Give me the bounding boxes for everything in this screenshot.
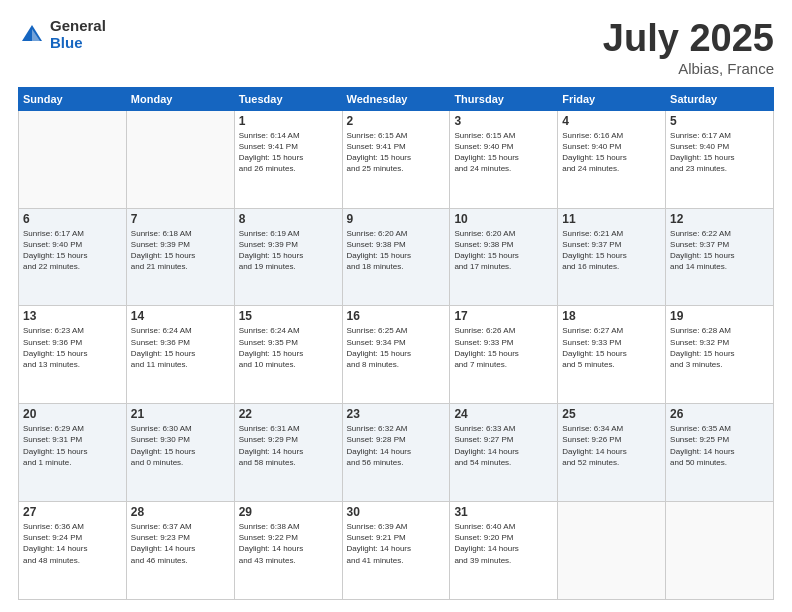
cell-info: Sunrise: 6:24 AM Sunset: 9:36 PM Dayligh… (131, 325, 230, 370)
table-row (19, 110, 127, 208)
day-number: 31 (454, 505, 553, 519)
calendar-week-row: 6Sunrise: 6:17 AM Sunset: 9:40 PM Daylig… (19, 208, 774, 306)
day-number: 21 (131, 407, 230, 421)
day-number: 1 (239, 114, 338, 128)
cell-info: Sunrise: 6:31 AM Sunset: 9:29 PM Dayligh… (239, 423, 338, 468)
table-row (126, 110, 234, 208)
col-friday: Friday (558, 87, 666, 110)
cell-info: Sunrise: 6:28 AM Sunset: 9:32 PM Dayligh… (670, 325, 769, 370)
logo-blue-text: Blue (50, 35, 106, 52)
table-row: 6Sunrise: 6:17 AM Sunset: 9:40 PM Daylig… (19, 208, 127, 306)
cell-info: Sunrise: 6:30 AM Sunset: 9:30 PM Dayligh… (131, 423, 230, 468)
day-number: 28 (131, 505, 230, 519)
day-number: 30 (347, 505, 446, 519)
day-number: 17 (454, 309, 553, 323)
table-row: 21Sunrise: 6:30 AM Sunset: 9:30 PM Dayli… (126, 404, 234, 502)
logo-text: General Blue (50, 18, 106, 51)
logo-general-text: General (50, 18, 106, 35)
table-row: 27Sunrise: 6:36 AM Sunset: 9:24 PM Dayli… (19, 502, 127, 600)
cell-info: Sunrise: 6:15 AM Sunset: 9:41 PM Dayligh… (347, 130, 446, 175)
table-row (558, 502, 666, 600)
cell-info: Sunrise: 6:35 AM Sunset: 9:25 PM Dayligh… (670, 423, 769, 468)
day-number: 23 (347, 407, 446, 421)
calendar-header-row: Sunday Monday Tuesday Wednesday Thursday… (19, 87, 774, 110)
table-row: 10Sunrise: 6:20 AM Sunset: 9:38 PM Dayli… (450, 208, 558, 306)
day-number: 4 (562, 114, 661, 128)
table-row: 28Sunrise: 6:37 AM Sunset: 9:23 PM Dayli… (126, 502, 234, 600)
day-number: 25 (562, 407, 661, 421)
col-sunday: Sunday (19, 87, 127, 110)
cell-info: Sunrise: 6:15 AM Sunset: 9:40 PM Dayligh… (454, 130, 553, 175)
day-number: 14 (131, 309, 230, 323)
cell-info: Sunrise: 6:37 AM Sunset: 9:23 PM Dayligh… (131, 521, 230, 566)
cell-info: Sunrise: 6:38 AM Sunset: 9:22 PM Dayligh… (239, 521, 338, 566)
table-row: 17Sunrise: 6:26 AM Sunset: 9:33 PM Dayli… (450, 306, 558, 404)
cell-info: Sunrise: 6:20 AM Sunset: 9:38 PM Dayligh… (454, 228, 553, 273)
logo: General Blue (18, 18, 106, 51)
day-number: 24 (454, 407, 553, 421)
day-number: 11 (562, 212, 661, 226)
cell-info: Sunrise: 6:34 AM Sunset: 9:26 PM Dayligh… (562, 423, 661, 468)
day-number: 8 (239, 212, 338, 226)
cell-info: Sunrise: 6:21 AM Sunset: 9:37 PM Dayligh… (562, 228, 661, 273)
day-number: 12 (670, 212, 769, 226)
cell-info: Sunrise: 6:19 AM Sunset: 9:39 PM Dayligh… (239, 228, 338, 273)
table-row: 26Sunrise: 6:35 AM Sunset: 9:25 PM Dayli… (666, 404, 774, 502)
calendar-week-row: 13Sunrise: 6:23 AM Sunset: 9:36 PM Dayli… (19, 306, 774, 404)
day-number: 2 (347, 114, 446, 128)
calendar-week-row: 27Sunrise: 6:36 AM Sunset: 9:24 PM Dayli… (19, 502, 774, 600)
table-row: 29Sunrise: 6:38 AM Sunset: 9:22 PM Dayli… (234, 502, 342, 600)
calendar-table: Sunday Monday Tuesday Wednesday Thursday… (18, 87, 774, 600)
logo-icon (18, 21, 46, 49)
table-row: 20Sunrise: 6:29 AM Sunset: 9:31 PM Dayli… (19, 404, 127, 502)
table-row: 23Sunrise: 6:32 AM Sunset: 9:28 PM Dayli… (342, 404, 450, 502)
day-number: 5 (670, 114, 769, 128)
page: General Blue July 2025 Albias, France Su… (0, 0, 792, 612)
col-saturday: Saturday (666, 87, 774, 110)
table-row: 9Sunrise: 6:20 AM Sunset: 9:38 PM Daylig… (342, 208, 450, 306)
day-number: 26 (670, 407, 769, 421)
day-number: 13 (23, 309, 122, 323)
cell-info: Sunrise: 6:18 AM Sunset: 9:39 PM Dayligh… (131, 228, 230, 273)
table-row (666, 502, 774, 600)
cell-info: Sunrise: 6:23 AM Sunset: 9:36 PM Dayligh… (23, 325, 122, 370)
calendar-week-row: 20Sunrise: 6:29 AM Sunset: 9:31 PM Dayli… (19, 404, 774, 502)
table-row: 1Sunrise: 6:14 AM Sunset: 9:41 PM Daylig… (234, 110, 342, 208)
table-row: 12Sunrise: 6:22 AM Sunset: 9:37 PM Dayli… (666, 208, 774, 306)
title-block: July 2025 Albias, France (603, 18, 774, 77)
day-number: 19 (670, 309, 769, 323)
cell-info: Sunrise: 6:24 AM Sunset: 9:35 PM Dayligh… (239, 325, 338, 370)
table-row: 4Sunrise: 6:16 AM Sunset: 9:40 PM Daylig… (558, 110, 666, 208)
cell-info: Sunrise: 6:33 AM Sunset: 9:27 PM Dayligh… (454, 423, 553, 468)
month-year: July 2025 (603, 18, 774, 60)
table-row: 25Sunrise: 6:34 AM Sunset: 9:26 PM Dayli… (558, 404, 666, 502)
day-number: 10 (454, 212, 553, 226)
day-number: 16 (347, 309, 446, 323)
table-row: 5Sunrise: 6:17 AM Sunset: 9:40 PM Daylig… (666, 110, 774, 208)
cell-info: Sunrise: 6:39 AM Sunset: 9:21 PM Dayligh… (347, 521, 446, 566)
col-tuesday: Tuesday (234, 87, 342, 110)
cell-info: Sunrise: 6:14 AM Sunset: 9:41 PM Dayligh… (239, 130, 338, 175)
day-number: 7 (131, 212, 230, 226)
day-number: 27 (23, 505, 122, 519)
col-thursday: Thursday (450, 87, 558, 110)
cell-info: Sunrise: 6:26 AM Sunset: 9:33 PM Dayligh… (454, 325, 553, 370)
col-wednesday: Wednesday (342, 87, 450, 110)
col-monday: Monday (126, 87, 234, 110)
day-number: 20 (23, 407, 122, 421)
cell-info: Sunrise: 6:17 AM Sunset: 9:40 PM Dayligh… (23, 228, 122, 273)
cell-info: Sunrise: 6:16 AM Sunset: 9:40 PM Dayligh… (562, 130, 661, 175)
table-row: 19Sunrise: 6:28 AM Sunset: 9:32 PM Dayli… (666, 306, 774, 404)
table-row: 8Sunrise: 6:19 AM Sunset: 9:39 PM Daylig… (234, 208, 342, 306)
cell-info: Sunrise: 6:22 AM Sunset: 9:37 PM Dayligh… (670, 228, 769, 273)
table-row: 24Sunrise: 6:33 AM Sunset: 9:27 PM Dayli… (450, 404, 558, 502)
day-number: 29 (239, 505, 338, 519)
location: Albias, France (603, 60, 774, 77)
table-row: 13Sunrise: 6:23 AM Sunset: 9:36 PM Dayli… (19, 306, 127, 404)
table-row: 3Sunrise: 6:15 AM Sunset: 9:40 PM Daylig… (450, 110, 558, 208)
cell-info: Sunrise: 6:36 AM Sunset: 9:24 PM Dayligh… (23, 521, 122, 566)
table-row: 2Sunrise: 6:15 AM Sunset: 9:41 PM Daylig… (342, 110, 450, 208)
day-number: 18 (562, 309, 661, 323)
day-number: 3 (454, 114, 553, 128)
cell-info: Sunrise: 6:32 AM Sunset: 9:28 PM Dayligh… (347, 423, 446, 468)
